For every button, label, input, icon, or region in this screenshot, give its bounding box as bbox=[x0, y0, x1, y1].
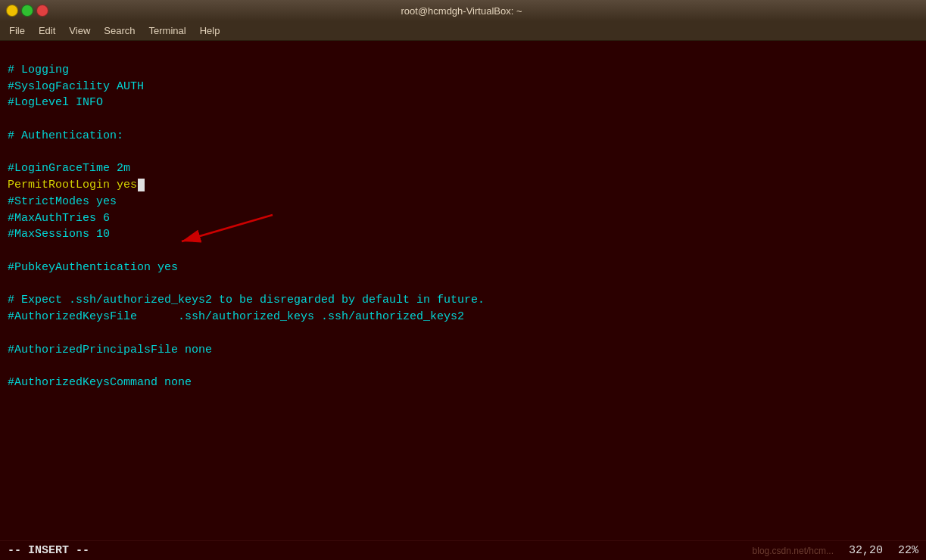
window-controls bbox=[6, 5, 48, 17]
terminal-content[interactable]: # Logging #SyslogFacility AUTH #LogLevel… bbox=[0, 41, 926, 540]
cursor-position: 32,20 bbox=[849, 544, 883, 557]
menu-terminal[interactable]: Terminal bbox=[143, 23, 192, 38]
maximize-button[interactable] bbox=[21, 5, 33, 17]
statusbar: -- INSERT -- blog.csdn.net/hcm... 32,20 … bbox=[0, 540, 926, 560]
menu-file[interactable]: File bbox=[3, 23, 31, 38]
file-percent: 22% bbox=[898, 544, 918, 557]
menu-view[interactable]: View bbox=[63, 23, 96, 38]
menu-search[interactable]: Search bbox=[98, 23, 141, 38]
terminal-window: root@hcmdgh-VirtualBox: ~ File Edit View… bbox=[0, 0, 926, 560]
menu-edit[interactable]: Edit bbox=[33, 23, 61, 38]
menubar: File Edit View Search Terminal Help bbox=[0, 21, 926, 41]
status-right: blog.csdn.net/hcm... 32,20 22% bbox=[753, 544, 918, 557]
vim-mode: -- INSERT -- bbox=[8, 544, 89, 557]
window-title: root@hcmdgh-VirtualBox: ~ bbox=[48, 5, 875, 17]
minimize-button[interactable] bbox=[6, 5, 18, 17]
menu-help[interactable]: Help bbox=[194, 23, 226, 38]
titlebar: root@hcmdgh-VirtualBox: ~ bbox=[0, 0, 926, 21]
close-button[interactable] bbox=[36, 5, 48, 17]
terminal-text: # Logging #SyslogFacility AUTH #LogLevel… bbox=[8, 45, 918, 391]
watermark: blog.csdn.net/hcm... bbox=[753, 546, 834, 556]
